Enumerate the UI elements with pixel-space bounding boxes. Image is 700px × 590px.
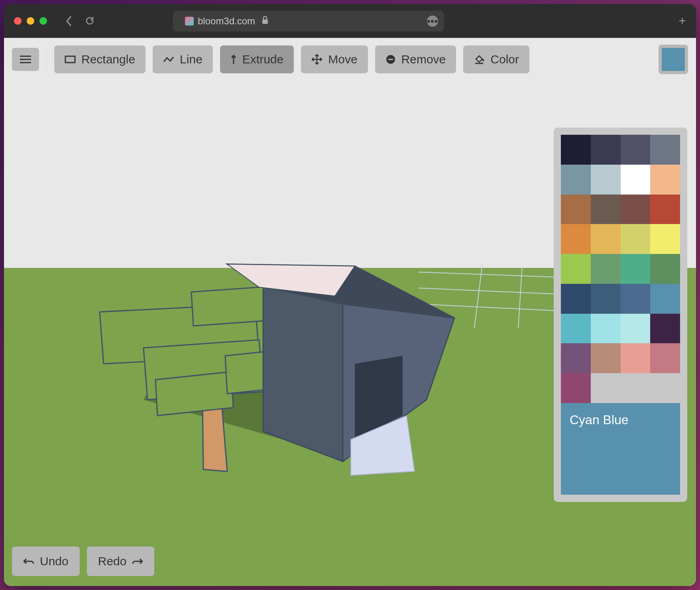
extrude-tool-button[interactable]: Extrude [220,45,294,73]
current-color-swatch[interactable] [659,45,688,74]
color-swatch[interactable] [591,165,621,195]
svg-marker-12 [155,372,233,416]
redo-label: Redo [98,555,127,568]
color-swatch[interactable] [650,135,680,165]
color-swatch[interactable] [621,373,651,403]
color-swatch[interactable] [621,135,651,165]
color-label: Color [490,53,519,66]
color-swatch[interactable] [591,314,621,344]
paint-bucket-icon [474,54,485,65]
color-swatch[interactable] [621,165,651,195]
menu-button[interactable] [12,48,39,71]
color-swatch[interactable] [561,343,591,373]
color-swatch[interactable] [561,254,591,284]
line-tool-button[interactable]: Line [153,45,213,73]
color-swatch[interactable] [621,254,651,284]
url-more-button[interactable]: ••• [427,16,438,27]
svg-marker-14 [263,286,343,462]
url-bar[interactable]: bloom3d.com ••• [173,11,444,31]
color-swatch[interactable] [650,314,680,344]
color-swatch[interactable] [591,373,621,403]
toolbar: Rectangle Line Extrude Move [12,45,688,74]
new-tab-button[interactable]: + [678,14,686,28]
remove-icon [385,54,396,65]
remove-tool-button[interactable]: Remove [375,45,456,73]
color-swatch[interactable] [591,224,621,254]
lock-icon [261,16,269,27]
redo-icon [132,558,143,565]
rectangle-tool-button[interactable]: Rectangle [54,45,146,73]
color-swatch[interactable] [591,284,621,314]
app-window: bloom3d.com ••• + [4,4,696,586]
rectangle-label: Rectangle [81,53,135,66]
undo-label: Undo [40,555,69,568]
color-swatch[interactable] [650,195,680,224]
menu-icon [20,55,31,64]
browser-titlebar: bloom3d.com ••• + [4,4,696,38]
selected-color-name: Cyan Blue [570,412,671,429]
undo-button[interactable]: Undo [12,547,80,576]
color-swatch[interactable] [621,224,651,254]
color-swatch[interactable] [561,284,591,314]
extrude-icon [230,54,237,65]
color-swatch[interactable] [650,165,680,195]
color-swatch[interactable] [621,195,651,224]
close-button[interactable] [14,17,22,25]
color-swatch[interactable] [591,135,621,165]
rectangle-icon [65,55,76,63]
reload-button[interactable] [85,15,95,27]
url-text: bloom3d.com [198,16,255,27]
minimize-button[interactable] [27,17,34,25]
color-swatch[interactable] [591,254,621,284]
color-swatch[interactable] [650,254,680,284]
browser-nav [65,15,95,27]
site-icon [185,17,194,26]
color-swatch[interactable] [650,373,680,403]
traffic-lights [14,17,47,25]
line-icon [163,55,174,63]
maximize-button[interactable] [39,17,47,25]
move-icon [311,54,322,65]
color-swatch[interactable] [561,224,591,254]
extrude-label: Extrude [242,53,283,66]
content-area: Rectangle Line Extrude Move [4,38,696,586]
svg-rect-0 [262,20,268,24]
svg-rect-23 [65,56,75,63]
color-swatch[interactable] [561,135,591,165]
move-label: Move [328,53,357,66]
back-button[interactable] [65,15,73,27]
color-swatch[interactable] [561,314,591,344]
selected-color-preview: Cyan Blue [561,403,680,495]
svg-line-4 [474,264,482,328]
color-swatch[interactable] [650,224,680,254]
color-swatch[interactable] [621,343,651,373]
svg-point-27 [482,59,484,61]
remove-label: Remove [401,53,446,66]
color-swatch[interactable] [650,343,680,373]
color-swatch[interactable] [561,373,591,403]
color-swatch[interactable] [650,284,680,314]
color-swatch[interactable] [591,343,621,373]
bottom-bar: Undo Redo [12,547,154,576]
color-swatch[interactable] [591,195,621,224]
color-swatch[interactable] [621,284,651,314]
undo-icon [23,558,34,565]
toolbar-divider [46,49,47,69]
color-swatch[interactable] [621,314,651,344]
move-tool-button[interactable]: Move [301,45,368,73]
color-tool-button[interactable]: Color [463,45,529,73]
color-swatch[interactable] [561,195,591,224]
line-label: Line [180,53,203,66]
color-swatch[interactable] [561,165,591,195]
color-picker-panel: Cyan Blue [554,128,687,502]
color-grid [561,135,680,403]
redo-button[interactable]: Redo [87,547,155,576]
